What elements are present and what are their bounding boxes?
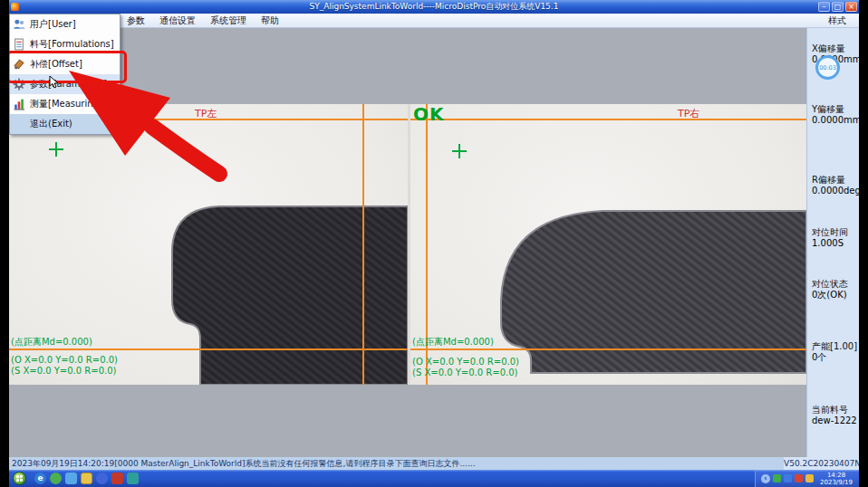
metric-capacity: 产能[1.00] 0个 [812,341,857,363]
antivirus-tray-icon[interactable] [773,474,781,482]
app-shortcut-red-icon[interactable] [111,473,123,484]
metric-label: Y偏移量 [812,104,861,115]
menu-item-measuring[interactable]: 测量[Measuring] [10,94,120,114]
msn-icon[interactable] [50,473,62,484]
menu-item-label: 退出(Exit) [30,118,72,130]
menu-item-help[interactable]: 帮助 [254,14,286,27]
s-offset-readout: (S X=0.0 Y=0.0 R=0.0) [11,366,116,376]
right-camera-view: OK TP右 (点距离Md=0.000) (O X=0.0 Y=0.0 R=0.… [410,104,806,385]
app-window: SY_AlignSystemLinkToWorld----MicroDistPr… [9,0,859,487]
metric-value: 0个 [812,352,857,363]
users-icon [13,18,25,31]
hidden-icons-chevron[interactable]: ‹ [761,474,770,483]
menu-item-communication[interactable]: 通信设置 [152,14,203,27]
letterbox-right [859,0,868,487]
metric-current-part: 当前料号 dew-1222 [812,405,857,426]
metric-label: R偏移量 [812,175,861,186]
network-tray-icon[interactable] [784,474,792,482]
alignment-line-top [410,119,806,120]
distance-readout: (点距离Md=0.000) [11,336,92,349]
metric-label: X偏移量 [812,43,861,54]
status-message: 2023年09月19日14:20:19[0000 MasterAlign_Lin… [12,457,476,470]
metric-y-offset: Y偏移量 0.0000mm [812,104,861,126]
metric-value: 0.0000mm [812,115,861,126]
metric-label: 当前料号 [812,405,857,415]
start-button[interactable] [13,472,26,485]
title-bar[interactable]: SY_AlignSystemLinkToWorld----MicroDistPr… [9,0,859,14]
metric-label: 对位状态 [812,279,848,290]
screen: SY_AlignSystemLinkToWorld----MicroDistPr… [0,0,868,487]
metric-value: 0.0000deg [812,186,861,196]
version-label: V50.2C20230407N [784,457,859,470]
menu-item-parameters[interactable]: 参数 [120,14,152,27]
o-offset-readout: (O X=0.0 Y=0.0 R=0.0) [11,355,118,365]
letterbox-left [0,0,9,487]
view-label: TP右 [678,107,699,120]
app-shortcut-teal-icon[interactable] [127,473,139,484]
metric-value: 0次(OK) [812,290,848,301]
alignment-line-bottom [9,349,408,350]
mouse-cursor [49,75,60,90]
folder-icon[interactable] [81,473,92,484]
window-controls: – □ × [818,2,857,12]
status-bar: 2023年09月19日14:20:19[0000 MasterAlign_Lin… [9,457,859,470]
menu-item-user[interactable]: 用户[User] [10,14,120,34]
window-title: SY_AlignSystemLinkToWorld----MicroDistPr… [9,0,859,14]
s-offset-readout: (S X=0.0 Y=0.0 R=0.0) [412,368,517,377]
view-label: TP左 [195,107,217,120]
metrics-sidebar: X偏移量 0.0000mm 00:03 Y偏移量 0.0000mm R偏移量 0… [806,28,859,457]
show-desktop-icon[interactable] [65,473,77,484]
metric-value: 1.000S [812,238,848,249]
volume-tray-icon[interactable] [805,474,814,482]
alignment-line-vertical [362,104,364,385]
menu-item-system-management[interactable]: 系统管理 [203,14,254,27]
taskbar-clock[interactable]: 14:28 2023/9/19 [816,472,856,486]
menu-item-style[interactable]: 样式 [828,14,859,27]
metric-r-offset: R偏移量 0.0000deg [812,175,861,196]
metric-align-status: 对位状态 0次(OK) [812,279,848,301]
distance-readout: (点距离Md=0.000) [412,336,494,349]
metric-label: 对位时间 [812,227,848,238]
align-result-status: OK [413,104,445,125]
maximize-button[interactable]: □ [832,2,844,12]
windows-logo-icon [16,475,23,482]
document-icon [13,38,25,51]
crosshair-mark [49,142,63,157]
cycle-timer-badge: 00:03 [815,55,840,80]
alarm-tray-icon[interactable] [795,474,803,482]
metric-value: dew-1222 [812,415,857,426]
alignment-line-bottom [410,349,806,350]
menu-bar: 参数 通信设置 系统管理 帮助 样式 [9,14,859,28]
annotation-highlight-rect [6,51,127,83]
quick-launch: e [34,473,139,484]
clock-date: 2023/9/19 [820,479,853,486]
metric-label: 产能[1.00] [812,341,857,352]
metric-align-time: 对位时间 1.000S [812,227,848,249]
system-tray: ‹ 14:28 2023/9/19 [755,470,859,487]
minimize-button[interactable]: – [818,2,830,12]
media-player-icon[interactable] [96,473,108,484]
close-button[interactable]: × [845,2,857,12]
menu-item-label: 用户[User] [30,18,76,31]
left-camera-view: TP左 (点距离Md=0.000) (O X=0.0 Y=0.0 R=0.0) … [9,104,408,385]
o-offset-readout: (O X=0.0 Y=0.0 R=0.0) [412,357,519,367]
chart-icon [13,98,25,110]
ie-icon[interactable]: e [34,473,46,484]
clock-time: 14:28 [827,472,845,479]
menu-item-label: 料号[Formulations] [30,38,114,51]
menu-item-exit[interactable]: 退出(Exit) [10,114,120,134]
crosshair-mark [452,144,467,158]
taskbar: e ‹ 14:28 2023/9/19 [9,470,859,487]
menu-item-label: 测量[Measuring] [30,98,102,110]
